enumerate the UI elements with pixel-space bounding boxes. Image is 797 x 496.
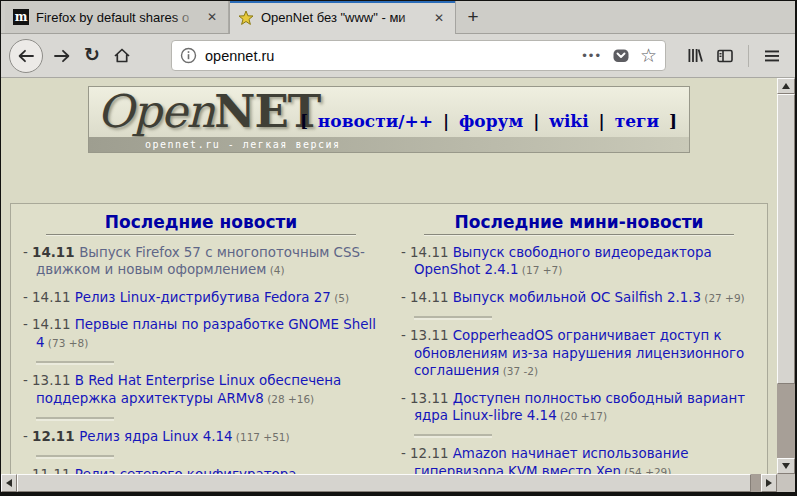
news-date: 14.11 xyxy=(32,245,79,260)
news-date: 11.11 xyxy=(32,467,75,474)
news-date: 13.11 xyxy=(410,391,453,406)
new-tab-button[interactable]: + xyxy=(456,1,490,33)
comment-count: (27 +9) xyxy=(701,292,745,304)
mini-news-column: Последние мини-новости - 14.11 Выпуск св… xyxy=(389,204,767,474)
vertical-scroll-thumb[interactable] xyxy=(777,94,795,384)
news-link[interactable]: Выпуск Firefox 57 с многопоточным CSS-дв… xyxy=(36,245,365,277)
active-tab-stripe xyxy=(230,1,455,3)
nav-separator: | xyxy=(533,111,539,131)
scrollbar-corner xyxy=(777,474,795,492)
tab-title: OpenNet без "www" - ми xyxy=(261,10,424,25)
item-dash: - xyxy=(23,290,32,305)
nav-link-news[interactable]: новости/++ xyxy=(318,111,433,131)
title-rule xyxy=(46,234,356,236)
bracket: [ xyxy=(300,111,308,131)
item-divider xyxy=(414,434,492,438)
news-link[interactable]: Релиз Linux-дистрибутива Fedora 27 xyxy=(75,290,331,305)
scroll-right-button[interactable] xyxy=(761,474,777,492)
news-link[interactable]: Выпуск мобильной ОС Sailfish 2.1.3 xyxy=(453,290,701,305)
reload-button[interactable]: ↻ xyxy=(77,41,107,71)
header-nav: [ новости/++ | форум | wiki | теги ] xyxy=(300,111,677,131)
news-item: - 14.11 Выпуск мобильной ОС Sailfish 2.1… xyxy=(401,289,757,306)
opennet-logo: OpenNET xyxy=(97,83,320,141)
news-date: 14.11 xyxy=(410,245,453,260)
close-icon[interactable]: ✕ xyxy=(204,8,220,26)
item-divider xyxy=(36,455,114,459)
news-item: - 11.11 Релиз сетевого конфигуратора xyxy=(23,466,379,474)
forward-button[interactable] xyxy=(47,41,77,71)
news-date: 13.11 xyxy=(32,373,75,388)
item-dash: - xyxy=(401,290,410,305)
library-button[interactable] xyxy=(680,41,710,71)
item-dash: - xyxy=(401,446,410,461)
site-info-icon[interactable] xyxy=(180,47,197,64)
back-arrow-icon xyxy=(17,48,35,64)
sidebar-icon xyxy=(716,48,734,64)
page-actions-icon[interactable]: ••• xyxy=(582,48,602,63)
home-icon xyxy=(113,47,131,64)
comment-count: (28 +16) xyxy=(264,393,314,405)
news-item: - 14.11 Первые планы по разработке GNOME… xyxy=(23,316,379,351)
reload-icon: ↻ xyxy=(84,45,100,64)
news-item: - 12.11 Релиз ядра Linux 4.14 (117 +51) xyxy=(23,428,379,445)
news-date: 12.11 xyxy=(410,446,453,461)
news-box: Последние новости - 14.11 Выпуск Firefox… xyxy=(10,203,768,474)
url-text[interactable]: opennet.ru xyxy=(205,48,582,64)
news-item: - 13.11 В Red Hat Enterprise Linux обесп… xyxy=(23,372,379,407)
tab-opennet[interactable]: OpenNet без "www" - ми ✕ xyxy=(229,1,456,34)
nav-separator: | xyxy=(599,111,605,131)
nav-link-tags[interactable]: теги xyxy=(615,111,659,131)
news-link[interactable]: CopperheadOS ограничивает доступ к обнов… xyxy=(414,328,744,378)
horizontal-scroll-thumb[interactable] xyxy=(17,474,751,492)
browser-chrome: m Firefox by default shares o ✕ OpenNet … xyxy=(1,1,795,78)
news-link[interactable]: Релиз ядра Linux 4.14 xyxy=(79,429,232,444)
back-button[interactable] xyxy=(9,39,43,73)
item-dash: - xyxy=(401,328,410,343)
news-item: - 14.11 Выпуск Firefox 57 с многопоточны… xyxy=(23,244,379,279)
url-bar[interactable]: opennet.ru ••• ☆ xyxy=(171,40,666,71)
comment-count: (20 +17) xyxy=(557,410,607,422)
news-item: - 12.11 Amazon начинает использование ги… xyxy=(401,445,757,474)
site-header: OpenNET opennet.ru - легкая версия [ нов… xyxy=(88,86,690,153)
news-column: Последние новости - 14.11 Выпуск Firefox… xyxy=(11,204,389,474)
bookmark-star-icon[interactable]: ☆ xyxy=(640,46,657,65)
scroll-left-button[interactable] xyxy=(1,474,17,492)
right-arrow-icon xyxy=(766,479,772,487)
comment-count: (4) xyxy=(266,264,284,276)
column-title: Последние мини-новости xyxy=(401,212,757,232)
forward-arrow-icon xyxy=(53,48,71,64)
news-link[interactable]: Релиз сетевого конфигуратора xyxy=(75,467,297,474)
title-rule xyxy=(424,234,734,236)
left-arrow-icon xyxy=(6,479,12,487)
news-item: - 14.11 Выпуск свободного видеоредактора… xyxy=(401,244,757,279)
item-dash: - xyxy=(23,245,32,260)
comment-count: (54 +29) xyxy=(621,466,671,474)
scroll-down-button[interactable] xyxy=(777,458,795,474)
news-item: - 14.11 Релиз Linux-дистрибутива Fedora … xyxy=(23,289,379,306)
news-item: - 13.11 Доступен полностью свободный вар… xyxy=(401,390,757,425)
scroll-up-button[interactable] xyxy=(777,78,795,94)
item-dash: - xyxy=(23,317,32,332)
item-dash: - xyxy=(401,245,410,260)
pocket-icon[interactable] xyxy=(612,47,630,64)
comment-count: (5) xyxy=(331,292,349,304)
tab-bar: m Firefox by default shares o ✕ OpenNet … xyxy=(1,1,795,34)
news-list: - 14.11 Выпуск свободного видеоредактора… xyxy=(401,244,757,474)
home-button[interactable] xyxy=(107,41,137,71)
toolbar-separator xyxy=(748,45,749,67)
sidebar-button[interactable] xyxy=(710,41,740,71)
nav-link-wiki[interactable]: wiki xyxy=(549,111,588,131)
nav-link-forum[interactable]: форум xyxy=(459,111,523,131)
item-divider xyxy=(36,417,114,421)
horizontal-scrollbar[interactable] xyxy=(1,474,777,492)
tab-firefox-default[interactable]: m Firefox by default shares o ✕ xyxy=(5,1,229,33)
news-link[interactable]: Выпуск свободного видеоредактора OpenSho… xyxy=(414,245,712,277)
menu-button[interactable] xyxy=(757,41,787,71)
news-date: 12.11 xyxy=(32,429,79,444)
close-icon[interactable]: ✕ xyxy=(431,9,447,27)
news-date: 14.11 xyxy=(410,290,453,305)
item-dash: - xyxy=(23,373,32,388)
news-list: - 14.11 Выпуск Firefox 57 с многопоточны… xyxy=(23,244,379,474)
up-arrow-icon xyxy=(782,83,790,89)
vertical-scrollbar[interactable] xyxy=(777,78,795,474)
